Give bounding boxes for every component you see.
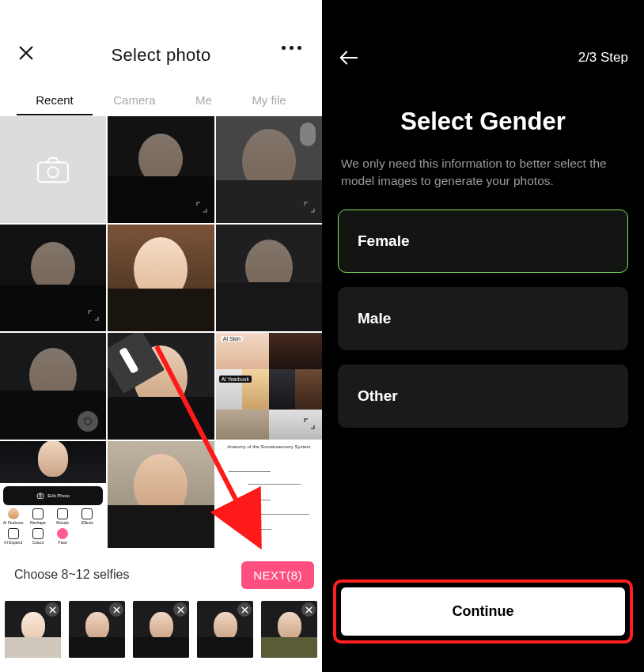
gender-title: Select Gender	[338, 108, 628, 136]
tool-label: Reshape	[30, 520, 46, 525]
tool-label: Face	[59, 540, 67, 545]
expand-icon	[195, 201, 208, 217]
gender-header: 2/3 Step	[338, 0, 628, 87]
remove-icon[interactable]	[237, 602, 252, 617]
tab-camera[interactable]: Camera	[110, 87, 158, 113]
tool-label: Effects	[81, 520, 93, 525]
gender-option-other[interactable]: Other	[338, 364, 628, 428]
remove-icon[interactable]	[301, 602, 316, 617]
tab-me[interactable]: Me	[192, 87, 215, 113]
tool-label: Cutout	[32, 540, 44, 545]
selected-thumb[interactable]	[69, 601, 125, 658]
photo-tile[interactable]	[108, 116, 214, 223]
collage-top-label: AI Skin	[221, 336, 243, 342]
next-button[interactable]: NEXT(8)	[241, 561, 314, 589]
photo-tile-diagram[interactable]: Anatomy of the Somatosensory System	[216, 441, 322, 548]
selected-thumb[interactable]	[133, 601, 189, 658]
photo-tile[interactable]	[0, 225, 106, 331]
photo-picker-header: Select photo	[0, 0, 322, 83]
photo-grid: AI Skin AI Yearbook Edit Photo	[0, 116, 322, 557]
gender-select-screen: 2/3 Step Select Gender We only need this…	[322, 0, 644, 672]
photo-tile-collage[interactable]: AI Skin AI Yearbook	[216, 333, 322, 440]
photo-tile[interactable]	[216, 225, 322, 331]
selected-strip	[0, 593, 322, 672]
step-indicator: 2/3 Step	[578, 50, 628, 66]
photo-tile[interactable]	[0, 333, 106, 440]
svg-rect-4	[38, 494, 44, 498]
gender-option-female[interactable]: Female	[338, 210, 628, 273]
scroll-handle-icon	[300, 123, 316, 146]
refresh-icon[interactable]	[78, 411, 98, 432]
gender-options: Female Male Other	[338, 210, 628, 428]
photo-picker-screen: Select photo Recent Camera Me My file	[0, 0, 322, 672]
remove-icon[interactable]	[173, 602, 188, 617]
camera-tile[interactable]	[0, 116, 106, 223]
svg-rect-2	[38, 162, 68, 182]
continue-highlight: Continue	[333, 580, 633, 644]
editor-bar-label: Edit Photo	[47, 493, 70, 498]
tab-recent[interactable]: Recent	[32, 87, 77, 113]
remove-icon[interactable]	[45, 602, 59, 617]
tool-label: AI Features	[3, 520, 24, 525]
photo-tile[interactable]	[108, 225, 214, 331]
svg-point-5	[40, 495, 42, 497]
expand-icon	[87, 309, 100, 325]
close-icon[interactable]	[17, 44, 35, 62]
expand-icon	[303, 417, 316, 433]
photo-tile-selected[interactable]	[108, 333, 214, 440]
continue-button[interactable]: Continue	[341, 587, 625, 636]
gender-option-male[interactable]: Male	[338, 287, 628, 350]
source-tabs: Recent Camera Me My file	[0, 83, 322, 116]
selected-thumb[interactable]	[261, 601, 317, 658]
diagram-title: Anatomy of the Somatosensory System	[216, 444, 322, 452]
page-title: Select photo	[112, 45, 211, 66]
photo-tile[interactable]	[108, 441, 214, 548]
selected-thumb[interactable]	[5, 601, 61, 658]
tool-label: AI Expand	[4, 540, 22, 545]
svg-point-3	[48, 167, 59, 177]
remove-icon[interactable]	[109, 602, 123, 617]
selection-hint: Choose 8~12 selfies	[14, 568, 129, 582]
photo-tile-editor[interactable]: Edit Photo AI Features Reshape Mosaic Ef…	[0, 441, 106, 548]
collage-mid-label: AI Yearbook	[219, 376, 252, 383]
tool-label: Mosaic	[56, 520, 69, 525]
gender-subtitle: We only need this information to better …	[338, 155, 628, 191]
tab-myfile[interactable]: My file	[248, 87, 289, 113]
picker-footer: Choose 8~12 selfies NEXT(8)	[0, 557, 322, 593]
selected-thumb[interactable]	[197, 601, 253, 658]
more-icon[interactable]	[282, 46, 301, 50]
photo-tile[interactable]	[216, 116, 322, 223]
back-icon[interactable]	[338, 48, 358, 67]
expand-icon	[303, 201, 316, 217]
